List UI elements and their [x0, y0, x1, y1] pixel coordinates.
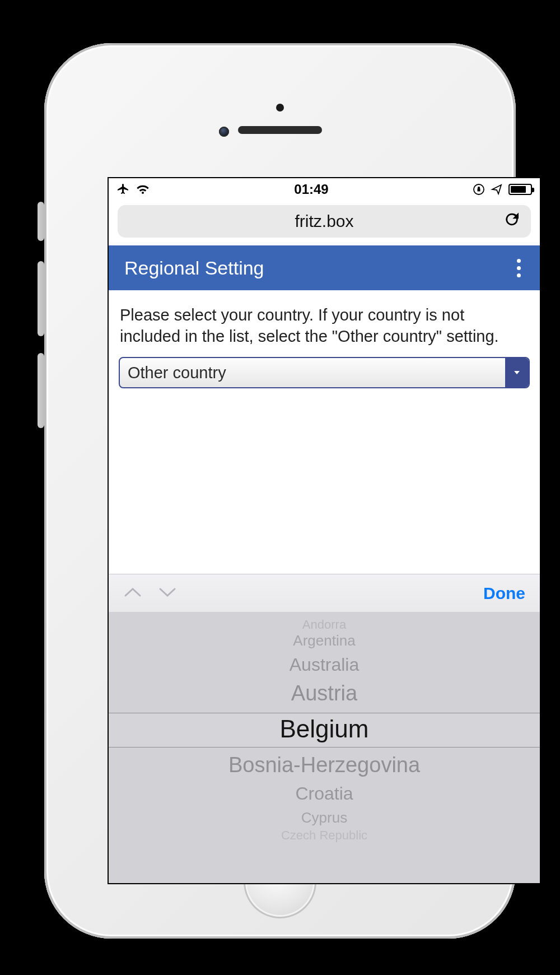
reload-icon[interactable]: [503, 211, 521, 233]
picker-option[interactable]: Croatia: [109, 783, 540, 804]
previous-field-icon[interactable]: [123, 586, 142, 601]
picker-option[interactable]: Australia: [109, 654, 540, 675]
browser-chrome: fritz.box: [109, 201, 540, 245]
instruction-text: Please select your country. If your coun…: [109, 290, 540, 357]
dropdown-arrow-icon: [505, 358, 529, 387]
picker-option[interactable]: Bosnia-Herzegovina: [109, 753, 540, 777]
picker-option[interactable]: Andorra: [109, 618, 540, 632]
done-button[interactable]: Done: [483, 584, 525, 603]
address-bar[interactable]: fritz.box: [118, 205, 531, 238]
picker-accessory-bar: Done: [109, 574, 540, 612]
picker-option[interactable]: Cyprus: [109, 809, 540, 827]
next-field-icon[interactable]: [158, 586, 177, 601]
volume-down-button: [38, 353, 44, 428]
address-text: fritz.box: [295, 212, 353, 231]
screen: 01:49 fritz.box Regional Setting: [108, 177, 541, 884]
status-bar: 01:49: [109, 178, 540, 201]
orientation-lock-icon: [473, 183, 485, 196]
page-header: Regional Setting: [109, 245, 540, 290]
picker-option[interactable]: Austria: [109, 681, 540, 705]
front-camera: [219, 127, 229, 137]
picker-wheel[interactable]: Andorra Argentina Australia Austria Belg…: [109, 612, 540, 883]
location-icon: [491, 183, 503, 196]
phone-frame: 01:49 fritz.box Regional Setting: [44, 43, 516, 939]
picker-option[interactable]: Czech Republic: [109, 828, 540, 843]
picker-option[interactable]: Argentina: [109, 632, 540, 649]
picker-option-selected[interactable]: Belgium: [109, 715, 540, 743]
earpiece-speaker: [238, 126, 322, 134]
proximity-sensor: [276, 104, 284, 112]
country-select-value: Other country: [128, 364, 226, 382]
page-title: Regional Setting: [124, 257, 264, 279]
battery-icon: [508, 184, 532, 195]
menu-icon[interactable]: [514, 256, 524, 281]
wifi-icon: [136, 184, 150, 195]
mute-switch: [38, 202, 44, 241]
clock: 01:49: [294, 182, 328, 197]
country-select[interactable]: Other country: [119, 357, 530, 388]
volume-up-button: [38, 261, 44, 336]
airplane-mode-icon: [116, 183, 130, 196]
